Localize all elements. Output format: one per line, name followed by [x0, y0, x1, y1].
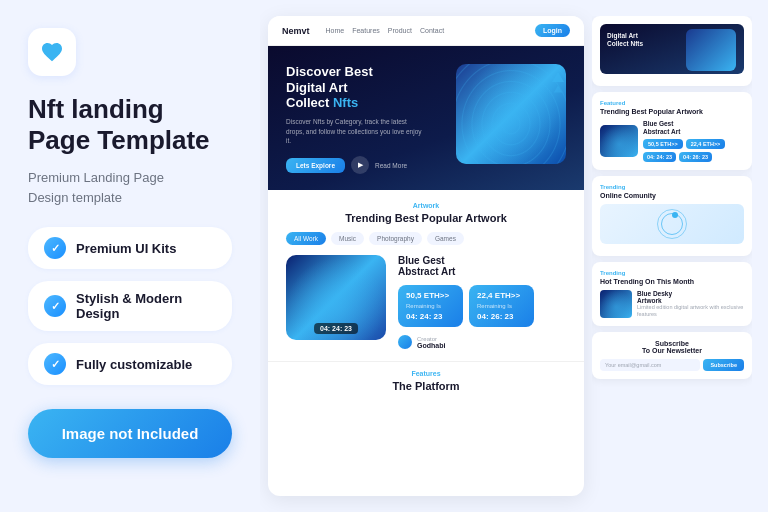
preview-nav: Nemvt Home Features Product Contact Logi…	[268, 16, 584, 46]
features-label: Features	[286, 370, 566, 377]
trending-artwork-title: Blue Desky Artwork	[637, 290, 744, 304]
artwork-card: 04: 24: 23 Blue Gest Abstract Art 50,5 E…	[286, 255, 566, 349]
play-icon: ▶	[358, 161, 363, 169]
hot-trending-card: Trending Hot Trending On This Month Blue…	[592, 262, 752, 326]
newsletter-input[interactable]: Your email@gmail.com	[600, 359, 700, 371]
hero-text: Discover Best Digital Art Collect Nfts D…	[286, 64, 444, 174]
side-artwork-info: Blue Gest Abstract Art 50,5 ETH>> 22,4 E…	[643, 120, 744, 162]
newsletter-card: Subscribe To Our Newsletter Your email@g…	[592, 332, 752, 379]
right-panel: Nemvt Home Features Product Contact Logi…	[260, 0, 768, 512]
nav-login-button[interactable]: Login	[535, 24, 570, 37]
feature-label-customizable: Fully customizable	[76, 357, 192, 372]
community-section-label: Trending	[600, 184, 744, 190]
filter-tabs: All Work Music Photography Games	[286, 232, 566, 245]
newsletter-input-row: Your email@gmail.com Subscribe	[600, 359, 744, 371]
side-trending-title: Trending Best Popular Artwork	[600, 108, 744, 115]
bid1-amount: 50,5 ETH>>	[406, 291, 455, 300]
bid1-timer: 04: 24: 23	[406, 312, 455, 321]
feature-item-customizable: ✓ Fully customizable	[28, 343, 232, 385]
feature-item-premium: ✓ Premium UI Kits	[28, 227, 232, 269]
side-hero-text: Digital Art Collect Nfts	[607, 32, 643, 49]
community-title: Online Comunity	[600, 192, 744, 199]
side-hero-visual: Digital Art Collect Nfts	[600, 24, 744, 74]
features-section: Features The Platform	[268, 361, 584, 408]
artwork-timer: 04: 24: 23	[314, 323, 358, 334]
side-timer-row: 04: 24: 23 04: 26: 23	[643, 152, 744, 162]
explore-button[interactable]: Lets Explore	[286, 158, 345, 173]
artwork-section-label: Artwork	[286, 202, 566, 209]
creator-avatar	[398, 335, 412, 349]
hot-trending-title: Hot Trending On This Month	[600, 278, 744, 285]
filter-tab-photography[interactable]: Photography	[369, 232, 422, 245]
logo-icon	[28, 28, 76, 76]
community-card: Trending Online Comunity	[592, 176, 752, 256]
artwork-info: Blue Gest Abstract Art 50,5 ETH>> Remain…	[398, 255, 566, 349]
trending-desc: Limited edition digital artwork with exc…	[637, 304, 744, 318]
side-hero-card: Digital Art Collect Nfts	[592, 16, 752, 86]
side-previews: Digital Art Collect Nfts Featured Trendi…	[592, 16, 752, 496]
trending-thumb	[600, 290, 632, 318]
nav-link-home[interactable]: Home	[326, 27, 345, 34]
artwork-section: Artwork Trending Best Popular Artwork Al…	[268, 190, 584, 361]
artwork-title: Blue Gest Abstract Art	[398, 255, 566, 277]
bid-cards: 50,5 ETH>> Remaining Is 04: 24: 23 22,4 …	[398, 285, 566, 327]
play-button[interactable]: ▶	[351, 156, 369, 174]
feature-item-stylish: ✓ Stylish & Modern Design	[28, 281, 232, 331]
hero-section: Discover Best Digital Art Collect Nfts D…	[268, 46, 584, 190]
triangle-decoration	[552, 72, 564, 96]
side-bid-row: 50,5 ETH>> 22,4 ETH>>	[643, 139, 744, 149]
bid-card-2: 22,4 ETH>> Remaining Is 04: 26: 23	[469, 285, 534, 327]
artwork-image: 04: 24: 23	[286, 255, 386, 340]
creator-name: Godhabi	[417, 342, 445, 349]
hero-title: Discover Best Digital Art Collect Nfts	[286, 64, 444, 111]
side-trending-card: Featured Trending Best Popular Artwork B…	[592, 92, 752, 170]
main-preview: Nemvt Home Features Product Contact Logi…	[268, 16, 584, 496]
newsletter-subscribe-button[interactable]: Subscribe	[703, 359, 744, 371]
side-artwork-title: Blue Gest Abstract Art	[643, 120, 744, 136]
bid-card-1: 50,5 ETH>> Remaining Is 04: 24: 23	[398, 285, 463, 327]
artwork-section-title: Trending Best Popular Artwork	[286, 212, 566, 224]
feature-list: ✓ Premium UI Kits ✓ Stylish & Modern Des…	[28, 227, 232, 385]
bid2-label: Remaining Is	[477, 303, 526, 309]
check-icon-3: ✓	[44, 353, 66, 375]
cta-button[interactable]: Image not Included	[28, 409, 232, 458]
side-artwork-thumb	[600, 125, 638, 157]
bid2-timer: 04: 26: 23	[477, 312, 526, 321]
feature-label-premium: Premium UI Kits	[76, 241, 176, 256]
filter-tab-games[interactable]: Games	[427, 232, 464, 245]
nav-link-product[interactable]: Product	[388, 27, 412, 34]
side-artwork-row: Blue Gest Abstract Art 50,5 ETH>> 22,4 E…	[600, 120, 744, 162]
hero-description: Discover Nfts by Category, track the lat…	[286, 117, 426, 146]
check-icon-2: ✓	[44, 295, 66, 317]
side-bid1: 50,5 ETH>>	[643, 139, 683, 149]
creator-info: Creator Godhabi	[398, 335, 566, 349]
nav-link-contact[interactable]: Contact	[420, 27, 444, 34]
newsletter-title: Subscribe To Our Newsletter	[600, 340, 744, 354]
left-panel: Nft landing Page Template Premium Landin…	[0, 0, 260, 512]
nav-brand: Nemvt	[282, 26, 310, 36]
check-icon: ✓	[44, 237, 66, 259]
hero-image	[456, 64, 566, 164]
features-title: The Platform	[286, 380, 566, 392]
filter-tab-all[interactable]: All Work	[286, 232, 326, 245]
community-visual	[600, 204, 744, 244]
side-bid2: 22,4 ETH>>	[686, 139, 726, 149]
trending-info: Blue Desky Artwork Limited edition digit…	[637, 290, 744, 318]
hot-trending-label: Trending	[600, 270, 744, 276]
page-subtitle: Premium Landing Page Design template	[28, 168, 232, 207]
nav-link-features[interactable]: Features	[352, 27, 380, 34]
side-timer2: 04: 26: 23	[679, 152, 712, 162]
page-title: Nft landing Page Template	[28, 94, 232, 156]
hero-actions: Lets Explore ▶ Read More	[286, 156, 444, 174]
bid2-amount: 22,4 ETH>>	[477, 291, 526, 300]
bid1-label: Remaining Is	[406, 303, 455, 309]
feature-label-stylish: Stylish & Modern Design	[76, 291, 216, 321]
nav-links: Home Features Product Contact	[326, 27, 527, 34]
side-featured-label: Featured	[600, 100, 744, 106]
trending-row: Blue Desky Artwork Limited edition digit…	[600, 290, 744, 318]
filter-tab-music[interactable]: Music	[331, 232, 364, 245]
side-timer1: 04: 24: 23	[643, 152, 676, 162]
read-more-link[interactable]: Read More	[375, 162, 407, 169]
orbit-dot	[672, 212, 678, 218]
